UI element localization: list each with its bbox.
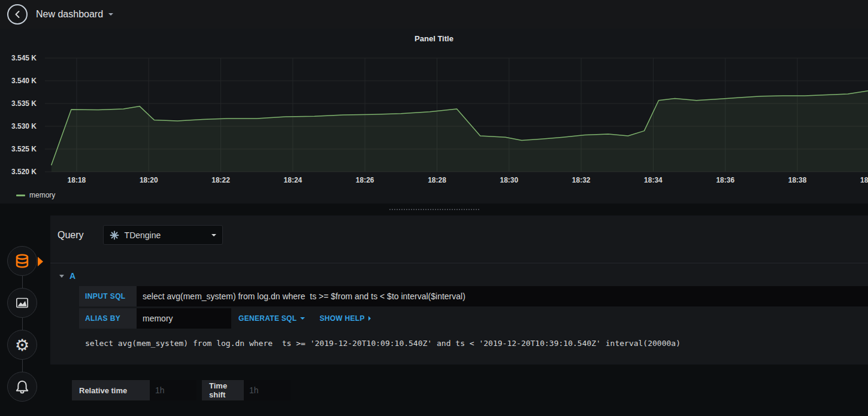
svg-text:18:34: 18:34 — [644, 176, 663, 184]
relative-time-label: Relative time — [72, 380, 150, 400]
query-row-toggle[interactable]: A — [50, 263, 868, 286]
svg-text:18:38: 18:38 — [788, 176, 807, 184]
svg-text:18:24: 18:24 — [284, 176, 303, 184]
input-sql-label: INPUT SQL — [79, 286, 137, 306]
chart-legend: memory — [16, 191, 55, 199]
graph-panel: Panel Title 18:1818:2018:2218:2418:2618:… — [0, 29, 868, 204]
navbar: New dashboard — [0, 0, 868, 29]
query-form: INPUT SQL ALIAS BY GENERATE SQL SHOW HEL… — [79, 286, 868, 348]
svg-text:3.525 K: 3.525 K — [11, 145, 37, 153]
gear-icon: ⚙ — [15, 337, 29, 353]
edit-tab-strip: ⚙ — [0, 215, 50, 416]
input-sql-row: INPUT SQL — [79, 286, 868, 306]
show-help-button[interactable]: SHOW HELP — [312, 308, 377, 329]
time-shift-label: Time shift — [202, 380, 244, 400]
panel-resize-row — [0, 204, 868, 215]
time-shift-input[interactable] — [244, 380, 291, 400]
svg-text:18:20: 18:20 — [140, 176, 158, 184]
svg-text:3.520 K: 3.520 K — [11, 168, 37, 176]
chevron-right-icon — [368, 316, 371, 321]
back-button[interactable] — [7, 4, 28, 25]
query-section-title: Query — [58, 230, 84, 241]
query-editor-header: Query TDengine — [50, 215, 868, 263]
graph-icon — [13, 294, 31, 312]
alias-by-field[interactable] — [137, 308, 231, 329]
svg-text:18:30: 18:30 — [500, 176, 518, 184]
svg-text:18:28: 18:28 — [428, 176, 446, 184]
tab-visualization[interactable] — [7, 288, 37, 318]
svg-text:3.545 K: 3.545 K — [11, 54, 37, 62]
chevron-down-icon — [300, 317, 305, 320]
panel-resize-handle[interactable] — [389, 209, 479, 210]
chevron-down-icon — [59, 275, 64, 278]
generated-sql-text: select avg(mem_system) from log.dn where… — [85, 339, 868, 348]
dashboard-title-text: New dashboard — [36, 9, 103, 20]
generate-sql-label: GENERATE SQL — [238, 314, 297, 323]
svg-text:3.535 K: 3.535 K — [11, 99, 37, 108]
alias-by-row: ALIAS BY GENERATE SQL SHOW HELP — [79, 308, 868, 329]
query-editor-card: Query TDengine — [50, 215, 868, 365]
svg-text:18:22: 18:22 — [211, 176, 230, 184]
time-options-row: Relative time Time shift — [72, 380, 868, 400]
database-icon — [13, 251, 32, 271]
relative-time-input[interactable] — [150, 380, 196, 400]
chevron-down-icon — [211, 234, 216, 236]
active-tab-arrow-icon — [38, 257, 43, 266]
svg-text:3.540 K: 3.540 K — [11, 77, 37, 85]
svg-text:18:40: 18:40 — [860, 176, 868, 184]
arrow-left-icon — [13, 10, 22, 19]
query-letter: A — [69, 271, 75, 281]
tab-queries[interactable] — [7, 246, 37, 276]
svg-text:18:18: 18:18 — [68, 176, 86, 184]
svg-text:18:26: 18:26 — [356, 176, 374, 184]
datasource-picker[interactable]: TDengine — [103, 225, 223, 245]
tab-alert[interactable] — [7, 372, 37, 402]
tdengine-logo-icon — [110, 230, 119, 240]
time-series-chart[interactable]: 18:1818:2018:2218:2418:2618:2818:3018:32… — [0, 29, 868, 204]
legend-color-memory — [16, 195, 25, 196]
alias-by-label: ALIAS BY — [79, 308, 137, 329]
panel-edit-area: ⚙ Query — [0, 215, 868, 416]
query-editor: Query TDengine — [50, 215, 868, 416]
dashboard-title[interactable]: New dashboard — [36, 9, 113, 20]
bell-icon — [13, 378, 31, 396]
datasource-name: TDengine — [125, 230, 161, 240]
tab-general[interactable]: ⚙ — [7, 330, 37, 360]
show-help-label: SHOW HELP — [319, 314, 364, 323]
generate-sql-button[interactable]: GENERATE SQL — [231, 308, 312, 329]
tab-connector-line — [22, 261, 23, 386]
panel-title[interactable]: Panel Title — [0, 34, 868, 43]
chevron-down-icon — [108, 13, 113, 16]
svg-text:3.530 K: 3.530 K — [11, 122, 37, 130]
input-sql-field[interactable] — [137, 286, 868, 306]
svg-text:18:32: 18:32 — [572, 176, 591, 184]
legend-label-memory[interactable]: memory — [29, 191, 55, 199]
svg-text:18:36: 18:36 — [716, 176, 734, 184]
